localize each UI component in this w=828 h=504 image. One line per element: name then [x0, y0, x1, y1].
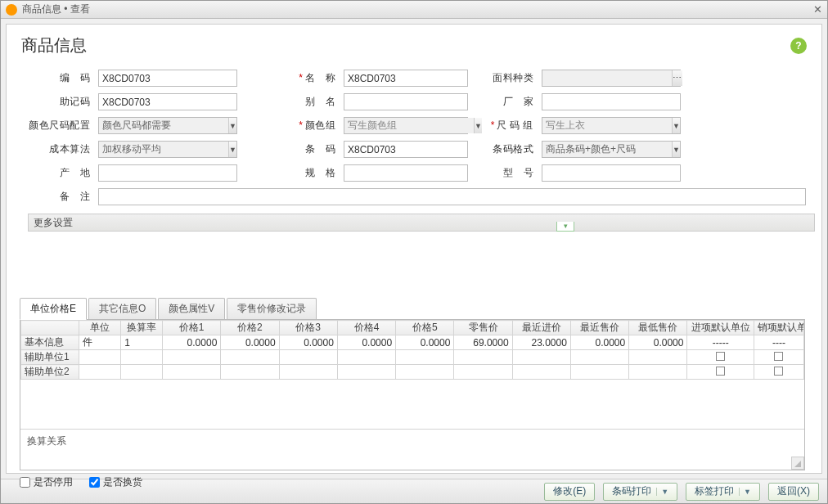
factory-input[interactable]: [542, 93, 681, 110]
cell[interactable]: 0.0000: [396, 335, 454, 350]
tab-other-info[interactable]: 其它信息O: [88, 298, 156, 319]
cell[interactable]: [396, 365, 454, 380]
name-input[interactable]: [344, 70, 468, 87]
col-retail[interactable]: 零售价: [454, 321, 512, 335]
cell[interactable]: 0.0000: [163, 335, 221, 350]
col-def-in[interactable]: 进项默认单位: [687, 321, 754, 335]
cell[interactable]: 23.0000: [512, 335, 570, 350]
chevron-down-icon[interactable]: ▼: [672, 142, 680, 157]
cell[interactable]: 0.0000: [337, 335, 395, 350]
sizegroup-select[interactable]: ▼: [542, 117, 681, 134]
cell[interactable]: [163, 365, 221, 380]
cell[interactable]: [337, 365, 395, 380]
expand-toggle-icon[interactable]: ▾: [556, 222, 574, 232]
table-row[interactable]: 辅助单位2: [21, 365, 804, 380]
label-barcode-fmt: 条码格式: [493, 142, 542, 156]
cell[interactable]: [163, 350, 221, 365]
material-select[interactable]: ⋯: [542, 70, 681, 87]
model-input[interactable]: [542, 164, 681, 182]
cell[interactable]: 0.0000: [629, 335, 687, 350]
cell[interactable]: 辅助单位2: [21, 365, 79, 380]
cell[interactable]: 0.0000: [570, 335, 628, 350]
chk-exchangeable-box[interactable]: [89, 477, 100, 488]
ellipsis-icon[interactable]: ⋯: [672, 70, 682, 86]
cell[interactable]: [337, 350, 395, 365]
chevron-down-icon[interactable]: ▼: [474, 118, 482, 133]
cell[interactable]: 0.0000: [221, 335, 279, 350]
chk-discontinued-box[interactable]: [20, 477, 30, 488]
origin-input[interactable]: [98, 164, 237, 182]
cell[interactable]: [687, 350, 754, 365]
price-grid[interactable]: 单位 换算率 价格1 价格2 价格3 价格4 价格5 零售价 最近进价 最近售价…: [20, 320, 804, 380]
table-row[interactable]: 基本信息件10.00000.00000.00000.00000.000069.0…: [21, 335, 804, 350]
cell[interactable]: 辅助单位1: [21, 350, 79, 365]
more-settings-bar[interactable]: 更多设置 ▾: [28, 214, 815, 232]
cell[interactable]: [754, 365, 803, 380]
cell[interactable]: 1: [121, 335, 163, 350]
cell[interactable]: 基本信息: [21, 335, 79, 350]
checkbox-icon[interactable]: [716, 367, 725, 376]
cell[interactable]: [121, 350, 163, 365]
help-icon[interactable]: ?: [790, 38, 807, 54]
col-def-out[interactable]: 销项默认单: [754, 321, 803, 335]
col-price5[interactable]: 价格5: [396, 321, 454, 335]
barcode-fmt-select[interactable]: ▼: [542, 141, 681, 158]
cell[interactable]: ----: [754, 335, 803, 350]
checkbox-icon[interactable]: [774, 367, 783, 376]
cell[interactable]: [629, 350, 687, 365]
cell[interactable]: 件: [79, 335, 121, 350]
page-title: 商品信息: [21, 34, 790, 56]
cell[interactable]: [396, 350, 454, 365]
cell[interactable]: [454, 365, 512, 380]
cell[interactable]: [512, 350, 570, 365]
remark-input[interactable]: [98, 188, 806, 205]
chevron-down-icon[interactable]: ▼: [672, 118, 680, 133]
alias-input[interactable]: [344, 93, 468, 110]
col-price1[interactable]: 价格1: [163, 321, 221, 335]
barcode-input[interactable]: [344, 141, 468, 158]
cell[interactable]: 0.0000: [279, 335, 337, 350]
tab-retail-history[interactable]: 零售价修改记录: [227, 298, 317, 319]
checkbox-icon[interactable]: [774, 352, 783, 361]
col-blank[interactable]: [21, 321, 79, 335]
cell[interactable]: [754, 350, 803, 365]
cell[interactable]: -----: [687, 335, 754, 350]
tab-color-attr[interactable]: 颜色属性V: [158, 298, 225, 319]
cell[interactable]: [687, 365, 754, 380]
col-unit[interactable]: 单位: [79, 321, 121, 335]
checkbox-icon[interactable]: [716, 352, 725, 361]
tab-unit-price[interactable]: 单位价格E: [20, 298, 87, 320]
mnemonic-input[interactable]: [98, 93, 237, 110]
cell[interactable]: [79, 350, 121, 365]
close-icon[interactable]: ✕: [813, 3, 822, 16]
chevron-down-icon[interactable]: ▼: [228, 142, 236, 157]
col-price4[interactable]: 价格4: [337, 321, 395, 335]
cell[interactable]: [454, 350, 512, 365]
col-price3[interactable]: 价格3: [279, 321, 337, 335]
cell[interactable]: [279, 350, 337, 365]
col-lastin[interactable]: 最近进价: [512, 321, 570, 335]
spec-input[interactable]: [344, 164, 468, 182]
table-row[interactable]: 辅助单位1: [21, 350, 804, 365]
col-minout[interactable]: 最低售价: [629, 321, 687, 335]
cell[interactable]: [629, 365, 687, 380]
cell[interactable]: [512, 365, 570, 380]
cell[interactable]: [221, 350, 279, 365]
chk-exchangeable[interactable]: 是否换货: [89, 475, 142, 489]
cell[interactable]: [121, 365, 163, 380]
cost-select[interactable]: ▼: [98, 141, 237, 158]
cell[interactable]: [279, 365, 337, 380]
colorgroup-select[interactable]: ▼: [344, 117, 468, 134]
colorsize-cfg-select[interactable]: ▼: [98, 117, 237, 134]
col-price2[interactable]: 价格2: [221, 321, 279, 335]
col-rate[interactable]: 换算率: [121, 321, 163, 335]
cell[interactable]: 69.0000: [454, 335, 512, 350]
cell[interactable]: [221, 365, 279, 380]
col-lastout[interactable]: 最近售价: [570, 321, 628, 335]
chk-discontinued[interactable]: 是否停用: [20, 475, 73, 489]
chevron-down-icon[interactable]: ▼: [228, 118, 236, 133]
code-input[interactable]: [98, 70, 237, 87]
cell[interactable]: [79, 365, 121, 380]
cell[interactable]: [570, 365, 628, 380]
cell[interactable]: [570, 350, 628, 365]
